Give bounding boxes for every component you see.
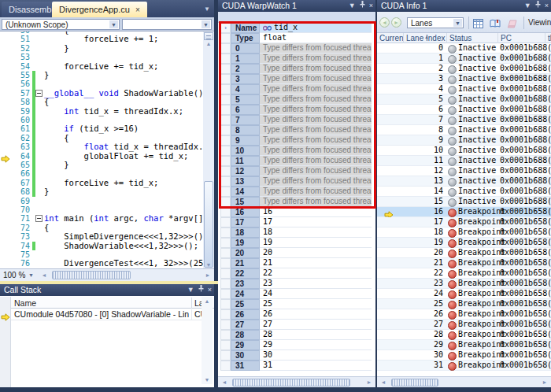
column-header-lane-index[interactable]: ▲Lane Index [404,33,447,43]
lane-row[interactable]: 2Inactive0x0001b688( 2, 0, 0) [377,64,551,74]
warpwatch-row[interactable]: 10Type differs from focused thread. [220,146,372,156]
pin-icon[interactable] [535,0,541,12]
lane-diff-message-cell[interactable]: Type differs from focused thread. [260,74,372,84]
warpwatch-row[interactable]: 3Type differs from focused thread. [220,74,372,84]
collapse-region-icon[interactable] [35,215,43,222]
editor-vertical-scrollbar[interactable]: ▲ ▼ [203,31,214,268]
warpwatch-row[interactable]: 2222 [220,268,372,279]
code-line[interactable]: 74 ShadowVariable<<<1,32>>>(); [0,242,203,250]
close-icon[interactable]: × [208,284,212,296]
warpwatch-row[interactable]: 1Type differs from focused thread. [220,54,372,64]
close-icon[interactable]: × [369,0,373,12]
lane-value-cell[interactable]: 28 [260,330,372,340]
lane-row[interactable]: 20Breakpoint0x0001b658(20, 0, 0) [377,248,551,258]
collapse-region-icon[interactable] [35,90,43,97]
code-line[interactable]: 71int main (int argc, char *argv[]) [0,214,203,223]
warpwatch-row[interactable]: 2Type differs from focused thread. [220,64,372,74]
pin-icon[interactable] [360,0,365,12]
call-stack-row[interactable]: CUmodule 04d57080 - [0] ShadowVariable -… [11,309,213,320]
lane-diff-message-cell[interactable]: Type differs from focused thread. [260,64,372,74]
warpwatch-row[interactable]: 2828 [220,330,372,340]
warpwatch-row[interactable]: 1717 [220,217,372,227]
scrollbar-thumb[interactable] [204,181,213,268]
lane-diff-message-cell[interactable]: Type differs from focused thread. [260,197,372,207]
window-menu-icon[interactable]: ▼ [524,0,531,12]
lane-diff-message-cell[interactable]: Type differs from focused thread. [260,115,372,125]
column-header-name[interactable]: Name [14,298,186,309]
scope-dropdown[interactable]: (Unknown Scope)▼ [2,19,120,30]
lane-value-cell[interactable]: 21 [260,258,372,268]
scroll-right-icon[interactable]: ► [540,379,549,385]
window-menu-icon[interactable]: ▼ [349,0,356,12]
warpwatch-row[interactable]: 15Type differs from focused thread. [220,197,372,207]
warpwatch-row[interactable]: 2626 [220,309,372,320]
lane-row[interactable]: 23Breakpoint0x0001b658(23, 0, 0) [377,279,551,289]
scroll-down-icon[interactable]: ▼ [202,377,213,383]
tab-divergenceapp[interactable]: DivergenceApp.cu× [52,2,147,17]
lane-value-cell[interactable]: 23 [260,279,372,289]
lane-diff-message-cell[interactable]: Type differs from focused thread. [260,94,372,105]
lane-row[interactable]: 5Inactive0x0001b688( 5, 0, 0) [377,94,551,105]
lane-row[interactable]: 9Inactive0x0001b688( 9, 0, 0) [377,135,551,146]
code-line[interactable]: 55} [0,71,203,80]
code-line[interactable]: 57__global__ void ShadowVariable() [0,89,203,98]
code-line[interactable]: 67 forceLive += tid_x; [0,179,203,187]
lane-diff-message-cell[interactable]: Type differs from focused thread. [260,84,372,94]
scroll-right-icon[interactable]: ► [203,272,213,278]
scroll-left-icon[interactable]: ◄ [39,272,49,278]
lane-value-cell[interactable]: 25 [260,299,372,309]
warpwatch-row[interactable]: Typefloat [220,33,372,43]
lane-row[interactable]: 16Breakpoint0x0001b658(16, 0, 0) [377,207,551,217]
lane-row[interactable]: 27Breakpoint0x0001b658(27, 0, 0) [377,320,551,330]
lane-value-cell[interactable]: 26 [260,309,372,320]
lane-value-cell[interactable]: 27 [260,320,372,330]
lane-diff-message-cell[interactable]: Type differs from focused thread. [260,125,372,135]
lane-row[interactable]: 4Inactive0x0001b688( 4, 0, 0) [377,84,551,94]
back-button[interactable]: ◄ [379,17,390,28]
scroll-up-icon[interactable]: ▲ [202,298,213,304]
lane-row[interactable]: 19Breakpoint0x0001b658(19, 0, 0) [377,238,551,248]
lane-row[interactable]: 10Inactive0x0001b688(10, 0, 0) [377,146,551,156]
column-header-pc[interactable]: PC [498,33,545,43]
forward-button[interactable]: ► [391,17,401,28]
code-line[interactable]: 76 DivergenceTest<<<1, 32>>>(25); [0,259,203,268]
grid-view-icon[interactable] [473,17,484,28]
tab-list-chevron-icon[interactable]: ▼ [204,6,210,13]
lane-row[interactable]: 12Inactive0x0001b688(12, 0, 0) [377,166,551,176]
warpwatch-row[interactable]: 1919 [220,238,372,248]
warpwatch-row[interactable]: 4Type differs from focused thread. [220,84,372,94]
code-editor[interactable]: 50 {51 forceLive += 1;52 }5354 forceLive… [0,31,203,268]
lane-row[interactable]: 3Inactive0x0001b688( 3, 0, 0) [377,74,551,84]
lane-row[interactable]: 8Inactive0x0001b688( 8, 0, 0) [377,125,551,135]
lane-value-cell[interactable]: 16 [260,207,372,217]
warpwatch-row[interactable]: 3131 [220,361,372,371]
lane-value-cell[interactable]: 20 [260,248,372,258]
code-line[interactable]: 65 } [0,161,203,169]
column-header-current[interactable]: Current [377,33,404,43]
lane-row[interactable]: 21Breakpoint0x0001b658(21, 0, 0) [377,258,551,268]
warpwatch-row[interactable]: 5Type differs from focused thread. [220,94,372,105]
scroll-left-icon[interactable]: ◄ [220,379,229,385]
code-line[interactable]: 51 forceLive += 1; [0,35,203,43]
lane-value-cell[interactable]: 18 [260,227,372,238]
watch-type-cell[interactable]: float [260,33,372,43]
lane-value-cell[interactable]: 19 [260,238,372,248]
book-icon[interactable] [490,17,501,28]
warpwatch-row[interactable]: 11Type differs from focused thread. [220,156,372,166]
scroll-left-icon[interactable]: ◄ [379,379,388,385]
lane-row[interactable]: 7Inactive0x0001b688( 7, 0, 0) [377,115,551,125]
warpwatch-row[interactable]: 2121 [220,258,372,268]
warpwatch-row[interactable]: 6Type differs from focused thread. [220,105,372,115]
lane-row[interactable]: 26Breakpoint0x0001b658(26, 0, 0) [377,309,551,320]
cuda-info-titlebar[interactable]: CUDA Info 1 ▼× [377,0,551,12]
lane-diff-message-cell[interactable]: Type differs from focused thread. [260,54,372,64]
lane-row[interactable]: 15Inactive0x0001b688(15, 0, 0) [377,197,551,207]
lane-value-cell[interactable]: 17 [260,217,372,227]
lane-value-cell[interactable]: 31 [260,361,372,371]
code-line[interactable]: 68} [0,187,203,196]
member-dropdown[interactable]: ▼ [122,19,212,30]
window-menu-icon[interactable]: ▼ [187,284,194,296]
zoom-chevron-icon[interactable]: ▼ [28,272,34,278]
lane-row[interactable]: 28Breakpoint0x0001b658(28, 0, 0) [377,330,551,340]
lane-diff-message-cell[interactable]: Type differs from focused thread. [260,187,372,197]
